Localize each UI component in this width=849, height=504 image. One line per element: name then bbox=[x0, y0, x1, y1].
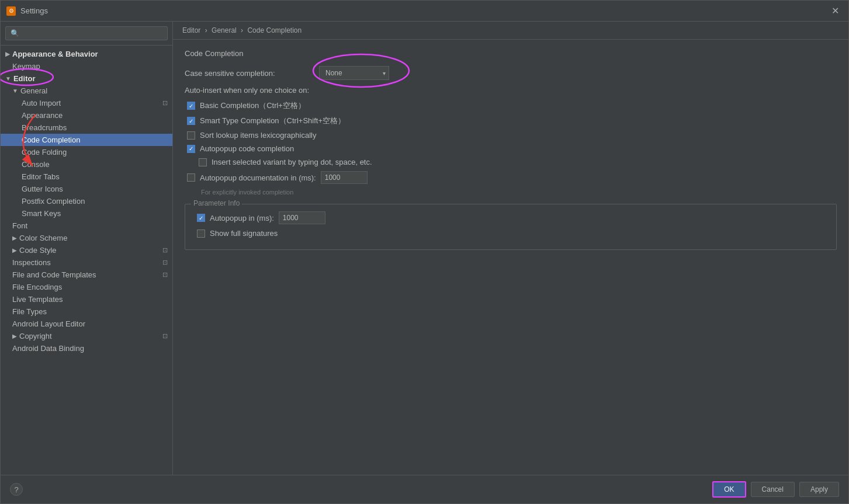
insert-variant-label: Insert selected variant by typing dot, s… bbox=[212, 158, 372, 166]
explicitly-invoked-hint: For explicitly invoked completion bbox=[185, 189, 837, 196]
sidebar-item-gutter-icons[interactable]: Gutter Icons bbox=[1, 183, 172, 195]
main-content: ▶ Appearance & Behavior Keymap ▼ Editor bbox=[1, 22, 848, 475]
autopopup-ms-label: Autopopup in (ms): bbox=[210, 214, 274, 223]
sidebar-item-code-completion[interactable]: Code Completion bbox=[1, 134, 172, 146]
autopopup-docs-label: Autopopup documentation in (ms): bbox=[200, 173, 316, 182]
expand-icon: ▼ bbox=[5, 75, 11, 82]
parameter-info-legend: Parameter Info bbox=[191, 199, 242, 207]
autopopup-docs-row: Autopopup documentation in (ms): bbox=[185, 171, 837, 184]
case-sensitive-label: Case sensitive completion: bbox=[185, 69, 313, 78]
expand-icon: ▶ bbox=[12, 333, 17, 339]
basic-completion-row: Basic Completion（Ctrl+空格） bbox=[185, 100, 837, 111]
sidebar-tree: ▶ Appearance & Behavior Keymap ▼ Editor bbox=[1, 46, 172, 475]
apply-button[interactable]: Apply bbox=[799, 482, 839, 497]
basic-completion-checkbox[interactable] bbox=[187, 102, 195, 110]
sidebar-item-color-scheme[interactable]: ▶ Color Scheme bbox=[1, 232, 172, 244]
autopopup-docs-input[interactable] bbox=[321, 171, 368, 184]
sidebar-item-console[interactable]: Console bbox=[1, 158, 172, 171]
sidebar-item-inspections[interactable]: Inspections ⊡ bbox=[1, 256, 172, 269]
sidebar-item-android-data-binding[interactable]: Android Data Binding bbox=[1, 342, 172, 354]
title-bar: ⚙ Settings ✕ bbox=[1, 1, 848, 22]
search-input[interactable] bbox=[5, 26, 168, 40]
sidebar-item-copyright[interactable]: ▶ Copyright ⊡ bbox=[1, 330, 172, 342]
sidebar-item-file-types[interactable]: File Types bbox=[1, 305, 172, 318]
sidebar-item-appearance[interactable]: Appearance bbox=[1, 109, 172, 121]
expand-icon: ▶ bbox=[5, 51, 10, 57]
copy-icon: ⊡ bbox=[162, 332, 168, 340]
title-bar-left: ⚙ Settings bbox=[6, 6, 48, 16]
sidebar-item-code-folding[interactable]: Code Folding bbox=[1, 146, 172, 158]
sidebar-item-editor[interactable]: ▼ Editor bbox=[1, 72, 172, 85]
settings-dialog: ⚙ Settings ✕ ▶ Appearance & Behavior Key… bbox=[0, 0, 849, 504]
ok-button[interactable]: OK bbox=[712, 481, 746, 498]
case-sensitive-dropdown-wrapper: None First letter All letters ▾ bbox=[319, 66, 389, 80]
show-full-signatures-checkbox[interactable] bbox=[197, 230, 205, 238]
cancel-button[interactable]: Cancel bbox=[751, 482, 795, 497]
sort-lookup-checkbox[interactable] bbox=[187, 131, 195, 140]
close-button[interactable]: ✕ bbox=[828, 4, 843, 18]
autopopup-ms-input[interactable] bbox=[279, 211, 325, 224]
expand-icon: ▶ bbox=[12, 235, 17, 241]
autopopup-completion-label: Autopopup code completion bbox=[200, 144, 294, 153]
copy-icon: ⊡ bbox=[162, 271, 168, 279]
insert-variant-checkbox[interactable] bbox=[199, 158, 207, 166]
breadcrumb-part-1: Editor bbox=[182, 26, 200, 34]
autopopup-docs-checkbox[interactable] bbox=[187, 173, 195, 182]
case-sensitive-dropdown-container: None First letter All letters ▾ bbox=[319, 66, 389, 80]
sidebar-item-file-encodings[interactable]: File Encodings bbox=[1, 281, 172, 293]
sort-lookup-label: Sort lookup items lexicographically bbox=[200, 131, 316, 140]
autopopup-completion-row: Autopopup code completion bbox=[185, 144, 837, 153]
autopopup-ms-checkbox[interactable] bbox=[197, 214, 205, 222]
sidebar: ▶ Appearance & Behavior Keymap ▼ Editor bbox=[1, 22, 173, 475]
dialog-title: Settings bbox=[20, 6, 48, 15]
search-box bbox=[1, 22, 172, 46]
smart-type-completion-row: Smart Type Completion（Ctrl+Shift+空格） bbox=[185, 116, 837, 126]
auto-insert-row: Auto-insert when only one choice on: bbox=[185, 86, 837, 95]
content-area: Editor › General › Code Completion Code … bbox=[173, 22, 848, 475]
section-title: Code Completion bbox=[185, 49, 837, 58]
autopopup-completion-checkbox[interactable] bbox=[187, 145, 195, 153]
sort-lookup-row: Sort lookup items lexicographically bbox=[185, 131, 837, 140]
help-button[interactable]: ? bbox=[10, 483, 23, 496]
autopopup-ms-row: Autopopup in (ms): bbox=[195, 211, 827, 224]
smart-type-completion-checkbox[interactable] bbox=[187, 117, 195, 125]
sidebar-item-auto-import[interactable]: Auto Import ⊡ bbox=[1, 97, 172, 109]
sidebar-item-appearance-behavior[interactable]: ▶ Appearance & Behavior bbox=[1, 48, 172, 60]
sidebar-item-postfix-completion[interactable]: Postfix Completion bbox=[1, 195, 172, 207]
breadcrumb-part-2: General bbox=[212, 26, 237, 34]
sidebar-item-code-style[interactable]: ▶ Code Style ⊡ bbox=[1, 244, 172, 256]
show-full-signatures-label: Show full signatures bbox=[210, 229, 278, 238]
sidebar-item-keymap[interactable]: Keymap bbox=[1, 60, 172, 72]
copy-icon: ⊡ bbox=[162, 99, 168, 107]
sidebar-item-android-layout-editor[interactable]: Android Layout Editor bbox=[1, 318, 172, 330]
footer: ? OK Cancel Apply bbox=[1, 475, 848, 503]
app-icon: ⚙ bbox=[6, 6, 16, 16]
expand-icon: ▶ bbox=[12, 247, 17, 253]
parameter-info-box: Parameter Info Autopopup in (ms): Show f… bbox=[185, 204, 837, 250]
sidebar-item-file-code-templates[interactable]: File and Code Templates ⊡ bbox=[1, 269, 172, 281]
sidebar-item-general[interactable]: ▼ General bbox=[1, 85, 172, 97]
insert-variant-row: Insert selected variant by typing dot, s… bbox=[185, 158, 837, 166]
sidebar-item-breadcrumbs[interactable]: Breadcrumbs bbox=[1, 121, 172, 134]
sidebar-item-smart-keys[interactable]: Smart Keys bbox=[1, 207, 172, 220]
auto-insert-label: Auto-insert when only one choice on: bbox=[185, 86, 313, 95]
copy-icon: ⊡ bbox=[162, 246, 168, 254]
case-sensitive-select[interactable]: None First letter All letters bbox=[319, 66, 389, 80]
breadcrumb-sep-1: › bbox=[205, 26, 209, 34]
basic-completion-label: Basic Completion（Ctrl+空格） bbox=[200, 100, 306, 111]
breadcrumb-sep-2: › bbox=[241, 26, 245, 34]
smart-type-completion-label: Smart Type Completion（Ctrl+Shift+空格） bbox=[200, 116, 345, 126]
breadcrumb-part-3: Code Completion bbox=[247, 26, 302, 34]
breadcrumb: Editor › General › Code Completion bbox=[173, 22, 848, 40]
sidebar-item-editor-tabs[interactable]: Editor Tabs bbox=[1, 171, 172, 183]
sidebar-item-font[interactable]: Font bbox=[1, 220, 172, 232]
expand-icon: ▼ bbox=[12, 88, 18, 94]
case-sensitive-row: Case sensitive completion: None First le… bbox=[185, 66, 837, 80]
settings-panel: Code Completion Case sensitive completio… bbox=[173, 40, 848, 475]
show-full-signatures-row: Show full signatures bbox=[195, 229, 827, 238]
copy-icon: ⊡ bbox=[162, 259, 168, 266]
sidebar-item-live-templates[interactable]: Live Templates bbox=[1, 293, 172, 305]
